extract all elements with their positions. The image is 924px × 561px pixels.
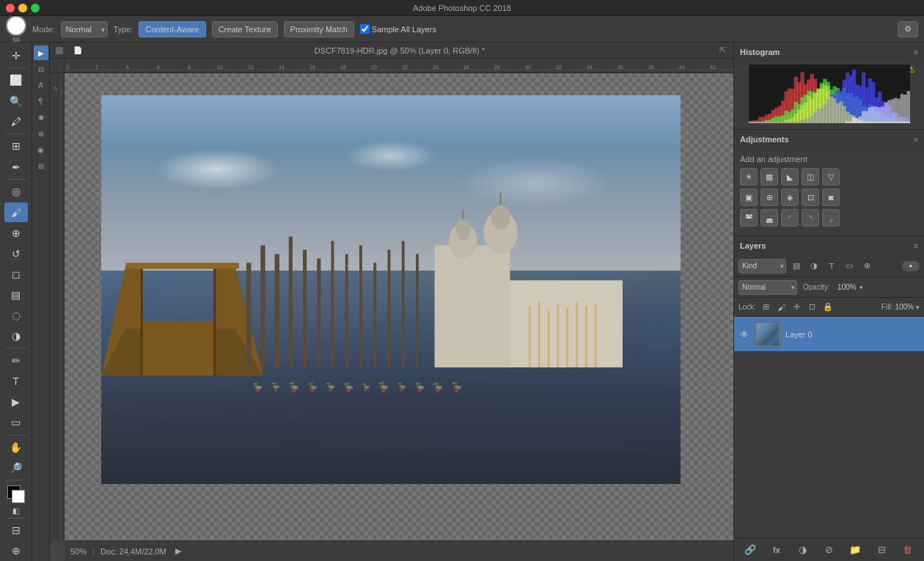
lasso-tool[interactable]: 🔍: [4, 91, 28, 111]
status-arrow[interactable]: ▶: [175, 546, 181, 556]
layer-shape-filter[interactable]: ▭: [842, 259, 857, 274]
brush-tool[interactable]: 🖌: [4, 202, 28, 222]
proximity-match-button[interactable]: Proximity Match: [284, 21, 354, 37]
invert-btn[interactable]: ◚: [740, 209, 758, 227]
side-icon-1[interactable]: ⊟: [34, 62, 48, 76]
adjustments-menu[interactable]: ≡: [914, 135, 918, 144]
layer-smart-filter[interactable]: ⊕: [859, 259, 874, 274]
histogram-menu[interactable]: ≡: [914, 48, 918, 56]
lock-transparent-btn[interactable]: ⊞: [760, 301, 773, 314]
sample-all-layers-checkbox[interactable]: [360, 24, 370, 34]
exposure-btn[interactable]: ◫: [802, 168, 819, 186]
layer-visibility-toggle[interactable]: 👁: [738, 329, 750, 340]
gradient-tool[interactable]: ▤: [4, 285, 28, 304]
side-icon-4[interactable]: ✺: [34, 110, 48, 125]
sample-all-layers-label[interactable]: Sample All Layers: [360, 24, 436, 34]
side-icon-5[interactable]: ⊕: [34, 126, 48, 141]
delete-layer-btn[interactable]: 🗑: [900, 542, 916, 558]
svg-text:30: 30: [525, 65, 531, 70]
quick-select-tool[interactable]: 🖍: [4, 111, 28, 131]
blend-mode-select[interactable]: Normal Multiply Screen Overlay Soft Ligh…: [738, 280, 797, 295]
layer-filter-select[interactable]: Kind Name Effect Mode Attribute Color Sm…: [738, 259, 786, 274]
move-tool[interactable]: ✛: [4, 45, 28, 65]
doc-file-icon: 📄: [73, 46, 82, 54]
doc-close-btn[interactable]: [56, 47, 63, 54]
quick-mask-btn[interactable]: ◧: [11, 505, 21, 516]
color-balance-btn[interactable]: ⊕: [760, 188, 778, 206]
extra-btn[interactable]: ⊕: [4, 541, 28, 561]
side-icon-6[interactable]: ◉: [34, 142, 48, 157]
zoom-tool[interactable]: 🔎: [4, 458, 28, 477]
layer-text-filter[interactable]: T: [824, 259, 839, 274]
levels-btn[interactable]: ▦: [760, 168, 778, 186]
minimize-button[interactable]: [18, 4, 27, 12]
histogram-panel-header[interactable]: Histogram ≡: [734, 43, 924, 62]
spot-healing-tool[interactable]: ◎: [4, 182, 28, 202]
crop-tool[interactable]: ⊞: [4, 136, 28, 156]
lock-artboard-btn[interactable]: ⊡: [806, 301, 819, 314]
layer-pixel-filter[interactable]: ▤: [789, 259, 804, 274]
fill-arrow[interactable]: ▾: [916, 304, 920, 311]
layer-filter-toggle[interactable]: ●: [902, 261, 920, 271]
lock-position-btn[interactable]: ✛: [791, 301, 804, 314]
brush-preview[interactable]: [6, 15, 26, 36]
status-bar: 50% | Doc: 24,4M/22,0M ▶: [65, 540, 733, 561]
add-style-btn[interactable]: fx: [769, 542, 785, 558]
text-tool[interactable]: T: [4, 371, 28, 391]
selective-color-btn[interactable]: ◝: [802, 209, 819, 227]
hand-tool[interactable]: ✋: [4, 437, 28, 457]
create-texture-button[interactable]: Create Texture: [212, 21, 278, 37]
new-group-btn[interactable]: 📁: [847, 542, 863, 558]
side-icon-3[interactable]: ¶: [34, 94, 48, 109]
threshold-btn[interactable]: ◜: [781, 209, 799, 227]
gradient-map-btn[interactable]: ◞: [822, 209, 840, 227]
options-gear-button[interactable]: ⚙: [898, 21, 918, 37]
dodge-tool[interactable]: ◑: [4, 326, 28, 345]
curves-btn[interactable]: ◣: [781, 168, 799, 186]
sample-all-layers-text: Sample All Layers: [372, 25, 436, 34]
content-aware-button[interactable]: Content-Aware: [139, 21, 205, 37]
layer-adjustment-filter[interactable]: ◑: [807, 259, 821, 274]
doc-expand-btn[interactable]: ⇱: [717, 45, 727, 56]
add-mask-btn[interactable]: ◑: [795, 542, 811, 558]
lock-all-btn[interactable]: 🔒: [821, 301, 835, 314]
close-button[interactable]: [6, 4, 15, 12]
photo-canvas[interactable]: 🦆 🦆 🦆 🦆 🦆 🦆 🦆 🦆 🦆 🦆: [101, 95, 681, 484]
adjustments-panel-header[interactable]: Adjustments ≡: [734, 130, 924, 149]
rectangle-select-tool[interactable]: ⬜: [4, 70, 28, 90]
layers-lock-row: Lock: ⊞ 🖌 ✛ ⊡ 🔒 Fill: 100% ▾: [734, 298, 924, 317]
brightness-contrast-btn[interactable]: ☀: [740, 168, 758, 186]
foreground-background-colors[interactable]: [6, 484, 26, 502]
maximize-button[interactable]: [31, 4, 40, 12]
path-select-tool[interactable]: ▶: [4, 392, 28, 411]
history-brush-tool[interactable]: ↺: [4, 243, 28, 263]
play-btn[interactable]: ▶: [34, 45, 48, 60]
shape-tool[interactable]: ▭: [4, 412, 28, 432]
vibrance-btn[interactable]: ▽: [822, 168, 840, 186]
layers-panel-header[interactable]: Layers ≡: [734, 236, 924, 255]
bw-btn[interactable]: ◈: [781, 188, 799, 206]
channel-mixer-btn[interactable]: ◙: [822, 188, 840, 206]
side-icon-2[interactable]: A: [34, 78, 48, 92]
pen-tool[interactable]: ✏: [4, 351, 28, 370]
frame-btn[interactable]: ⊟: [4, 521, 28, 540]
background-color[interactable]: [12, 490, 25, 503]
blur-tool[interactable]: ◌: [4, 305, 28, 325]
photo-filter-btn[interactable]: ⊡: [802, 188, 819, 206]
table-row[interactable]: 👁 Layer 0: [734, 317, 924, 352]
side-icon-7[interactable]: ⊞: [34, 158, 48, 173]
posterize-btn[interactable]: ◛: [760, 209, 778, 227]
lock-image-btn[interactable]: 🖌: [775, 301, 788, 314]
adjustments-row-2: ▣ ⊕ ◈ ⊡ ◙: [740, 188, 918, 206]
eraser-tool[interactable]: ◻: [4, 264, 28, 284]
mode-select[interactable]: Normal Multiply Screen: [61, 21, 108, 37]
eyedropper-tool[interactable]: ✒: [4, 157, 28, 177]
new-fill-btn[interactable]: ⊘: [821, 542, 837, 558]
link-layers-btn[interactable]: 🔗: [742, 542, 758, 558]
hsl-btn[interactable]: ▣: [740, 188, 758, 206]
layers-menu[interactable]: ≡: [914, 241, 918, 250]
adjustments-header-right: ≡: [914, 135, 918, 144]
clone-stamp-tool[interactable]: ⊕: [4, 223, 28, 243]
new-layer-btn[interactable]: ⊟: [873, 542, 890, 558]
opacity-arrow[interactable]: ▾: [859, 284, 863, 291]
